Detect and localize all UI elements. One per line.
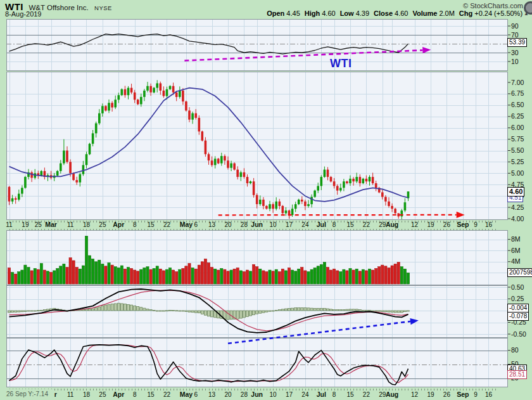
x-axis-tick-label: Jul [317, 390, 326, 398]
x-axis-tick-label: Jul [317, 221, 326, 228]
x-axis-tick-label: 15 [346, 221, 354, 228]
axis-value-callout: 53.39 [507, 38, 527, 47]
y-axis-label: 70 [511, 31, 519, 39]
wti-annotation-label: WTI [330, 57, 352, 70]
x-axis-tick-label: 11 [6, 221, 13, 228]
x-axis-tick-label: 13 [208, 221, 216, 228]
y-axis-label: 6.00 [511, 124, 524, 131]
quote-field-label: High [305, 10, 320, 17]
y-axis-label: 30 [511, 49, 519, 56]
x-axis-tick-label: Sep [457, 221, 469, 228]
x-axis-tick-label: 26 [443, 221, 451, 228]
quote-field-value: 4.45 [286, 10, 300, 17]
x-axis-tick-label: 24 [301, 391, 309, 398]
x-axis-tick-label: Jun [251, 221, 263, 228]
crosshair-readout: 26 Sep Y:-7.14 [6, 389, 54, 399]
y-axis-label: 4.00 [511, 215, 524, 223]
quote-field-label: Low [340, 10, 354, 17]
x-axis-tick-label: 17 [286, 391, 293, 398]
quote-field-value: 4.39 [356, 10, 369, 17]
x-axis-tick-label: 10 [270, 221, 277, 228]
quote-field-label: Chg [459, 10, 472, 17]
x-axis-tick-label: 8 [332, 391, 336, 398]
axis-value-callout: 4.60 [507, 187, 524, 197]
x-axis-tick-label: Apr [113, 221, 124, 228]
chart-date: 8-Aug-2019 [5, 10, 42, 18]
x-axis-tick-label: 6 [194, 391, 198, 398]
x-axis-tick-label: 25 [35, 221, 42, 228]
x-axis-tick-label: 16 [485, 221, 493, 228]
y-axis-label: 4.25 [511, 203, 524, 211]
x-axis-tick-label: 22 [163, 391, 171, 398]
axis-value-callout: -0.004 [507, 304, 529, 313]
x-axis-tick-label: 17 [286, 221, 293, 228]
y-axis-label: 5.50 [511, 146, 524, 154]
x-axis-tick-label: 9 [474, 391, 478, 398]
x-axis-tick-label: 20 [224, 221, 232, 228]
chart-svg: 907030104.004.254.504.755.005.255.505.75… [0, 0, 532, 400]
quote-field-label: Volume [412, 10, 437, 17]
x-axis-tick-label: 11 [67, 221, 74, 228]
x-axis-tick-label: 6 [194, 221, 198, 228]
x-axis-tick-label: Jun [251, 390, 263, 398]
y-axis-label: 90 [511, 22, 519, 30]
quote-field-value: 4.60 [395, 10, 408, 17]
x-axis-tick-label: 19 [427, 391, 434, 398]
x-axis-tick-label: 8 [332, 221, 336, 228]
x-axis-tick-label: 15 [346, 391, 354, 398]
x-axis-tick-label: May [180, 390, 193, 398]
quote-field-value: +0.24 (+5.50%) [474, 10, 522, 17]
x-axis-tick-label: 18 [83, 391, 91, 398]
x-axis-tick-label: 10 [270, 391, 277, 398]
x-axis-tick-label: 16 [485, 391, 493, 398]
y-axis-label: 5.75 [511, 135, 524, 143]
y-axis-label: 10 [511, 58, 519, 65]
x-axis-tick-label: 15 [148, 221, 155, 228]
y-axis-label: 6.25 [511, 112, 524, 120]
x-axis-tick-label: 26 [443, 391, 451, 398]
copyright-text: © StockCharts.com [463, 2, 523, 10]
y-axis-label: 6.50 [511, 101, 524, 108]
y-axis-label: 8M [511, 235, 521, 243]
axis-value-callout: -0.078 [507, 312, 529, 321]
x-axis-tick-label: 19 [22, 221, 29, 228]
x-axis-tick-label: 15 [148, 391, 155, 398]
chart-canvas[interactable]: 907030104.004.254.504.755.005.255.505.75… [0, 0, 532, 400]
axis-value-callout: 28.51 [507, 370, 527, 379]
y-axis-label: 80 [511, 346, 519, 354]
x-axis-tick-label: 12 [411, 221, 419, 228]
x-axis-tick-label: Aug [386, 390, 398, 398]
y-axis-label: 0.25 [511, 295, 524, 302]
x-axis-tick-label: 22 [163, 221, 171, 228]
change-up-icon: ▲ [524, 11, 529, 16]
x-axis-tick-label: 25 [99, 221, 106, 228]
x-axis-tick-label: 28 [241, 391, 248, 398]
x-axis-tick-label: 8 [133, 221, 137, 228]
quote-summary-row: Open4.45High4.60Low4.39Close4.60Volume2.… [262, 10, 529, 17]
quote-field-value: 2.0M [439, 10, 454, 17]
y-axis-label: 5.25 [511, 158, 524, 165]
x-axis-tick-label: 11 [67, 391, 74, 398]
y-axis-label: 6M [511, 247, 521, 254]
x-axis-tick-label: May [180, 221, 193, 228]
y-axis-label: 4M [511, 257, 521, 265]
x-axis-tick-label: 20 [224, 391, 232, 398]
x-axis-tick-label: Mar [45, 221, 57, 228]
x-axis-tick-label: 8 [133, 391, 137, 398]
y-axis-label: 7.00 [511, 79, 524, 86]
y-axis-label: 6.75 [511, 89, 524, 97]
y-axis-label: 5.00 [511, 169, 524, 177]
x-axis-tick-label: 18 [83, 221, 91, 228]
quote-field-label: Close [374, 10, 393, 17]
y-axis-label: 0.50 [511, 283, 524, 291]
x-axis-tick-label: 19 [427, 221, 434, 228]
quote-field-label: Open [267, 10, 284, 17]
x-axis-tick-label: 22 [363, 221, 370, 228]
x-axis-tick-label: 13 [208, 391, 216, 398]
x-axis-tick-label: 28 [241, 221, 248, 228]
stockcharts-chart-page: WTI W&T Offshore Inc. NYSE © StockCharts… [0, 0, 532, 400]
x-axis-tick-label: 22 [363, 391, 370, 398]
x-axis-tick-label: 24 [301, 221, 309, 228]
y-axis-label: -0.50 [511, 330, 526, 338]
x-axis-tick-label: Apr [113, 390, 124, 398]
